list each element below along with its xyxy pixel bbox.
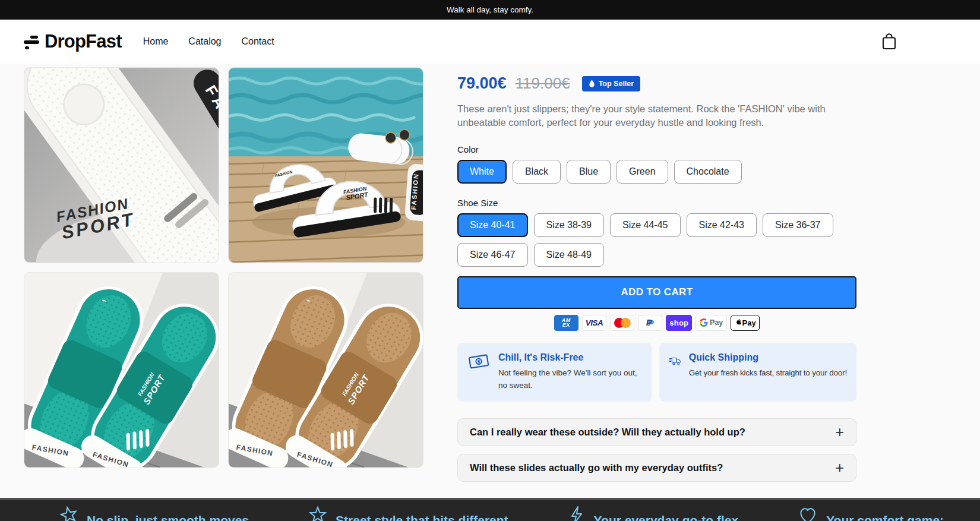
delivery-truck-icon: [669, 352, 681, 370]
google-pay-icon: Pay: [696, 315, 727, 331]
badge-label: Top Seller: [599, 80, 634, 88]
price: 79.00€: [457, 74, 507, 93]
info-cards: $ Chill, It's Risk-Free Not feeling the …: [457, 343, 856, 402]
announcement-bar: Walk all day, stay comfy.: [0, 0, 980, 20]
faq-item-durability[interactable]: Can I really wear these outside? Will th…: [457, 418, 856, 446]
plus-icon[interactable]: +: [835, 425, 844, 440]
logo[interactable]: DropFast: [24, 31, 122, 52]
top-seller-badge: Top Seller: [582, 76, 641, 91]
payment-methods: AM EX VISA PP shop: [457, 315, 856, 331]
faq-list: Can I really wear these outside? Will th…: [457, 418, 856, 482]
money-bill-icon: $: [467, 352, 491, 370]
product-gallery: FASHION FASHION SPORT: [24, 67, 423, 482]
product-image-poolside[interactable]: FASHION FASHION SPORT: [228, 67, 423, 263]
visa-icon: VISA: [582, 315, 607, 331]
apple-pay-icon: Pay: [731, 315, 760, 331]
size-swatch-40-41[interactable]: Size 40-41: [457, 213, 528, 237]
color-swatch-green[interactable]: Green: [617, 160, 668, 184]
nav-contact[interactable]: Contact: [242, 36, 274, 47]
shop-pay-icon: shop: [666, 315, 692, 331]
size-option-label: Shoe Size: [457, 198, 856, 208]
product-image-brown-pair[interactable]: ⌁ FASHION FASHION SPORT: [228, 272, 423, 468]
paypal-icon: PP: [638, 315, 662, 331]
risk-free-card: $ Chill, It's Risk-Free Not feeling the …: [457, 343, 652, 402]
size-swatch-42-43[interactable]: Size 42-43: [687, 213, 757, 237]
sparkle-star-icon: [59, 506, 78, 521]
header: DropFast Home Catalog Contact: [0, 20, 980, 64]
svg-text:⌁: ⌁: [101, 296, 106, 305]
announcement-text: Walk all day, stay comfy.: [447, 5, 533, 14]
quick-shipping-body: Get your fresh kicks fast, straight to y…: [689, 367, 847, 380]
footer-item-comfort-game: Your comfort game:: [798, 506, 944, 521]
color-swatch-chocolate[interactable]: Chocolate: [674, 160, 742, 184]
color-swatches: White Black Blue Green Chocolate: [457, 160, 837, 184]
size-swatches: Size 40-41 Size 38-39 Size 44-45 Size 42…: [457, 213, 837, 267]
product-page: FASHION FASHION SPORT: [0, 64, 980, 482]
size-swatch-36-37[interactable]: Size 36-37: [763, 213, 833, 237]
mastercard-icon: [610, 315, 634, 331]
product-image-white-closeup[interactable]: FASHION FASHION SPORT: [24, 67, 219, 263]
logo-text: DropFast: [45, 31, 122, 52]
price-row: 79.00€ 119.00€ Top Seller: [457, 74, 856, 93]
footer-item-no-slip: No slip, just smooth moves: [59, 506, 249, 521]
size-swatch-48-49[interactable]: Size 48-49: [534, 243, 605, 267]
color-swatch-blue[interactable]: Blue: [567, 160, 611, 184]
faq-item-style[interactable]: Will these slides actually go with my ev…: [457, 454, 856, 482]
quick-shipping-title: Quick Shipping: [689, 352, 847, 363]
product-details: 79.00€ 119.00€ Top Seller These aren't j…: [457, 67, 856, 482]
svg-text:⌁: ⌁: [305, 296, 311, 305]
cart-button[interactable]: [881, 33, 897, 50]
lightning-icon: [568, 506, 586, 521]
add-to-cart-button[interactable]: ADD TO CART: [457, 276, 856, 309]
product-description: These aren't just slippers; they're your…: [457, 102, 845, 130]
footer-item-street-style: Street style that hits different: [308, 506, 508, 521]
heart-icon: [798, 506, 818, 521]
size-swatch-38-39[interactable]: Size 38-39: [534, 213, 605, 237]
risk-free-body: Not feeling the vibe? We'll sort you out…: [498, 367, 640, 392]
color-option-label: Color: [457, 144, 856, 154]
size-swatch-46-47[interactable]: Size 46-47: [457, 243, 528, 267]
quick-shipping-card: Quick Shipping Get your fresh kicks fast…: [659, 343, 856, 402]
color-swatch-black[interactable]: Black: [513, 160, 561, 184]
google-g-icon: [700, 318, 708, 327]
logo-mark-icon: [24, 33, 39, 50]
size-swatch-44-45[interactable]: Size 44-45: [610, 213, 681, 237]
apple-icon: [735, 319, 741, 327]
product-image-teal-pair[interactable]: ⌁ FASHION FASHION SPORT: [24, 272, 219, 468]
footer-marquee: No slip, just smooth moves Street style …: [0, 498, 980, 521]
risk-free-title: Chill, It's Risk-Free: [498, 352, 640, 363]
color-swatch-white[interactable]: White: [457, 160, 507, 184]
star-icon: [308, 506, 327, 521]
plus-icon[interactable]: +: [835, 460, 844, 475]
nav-catalog[interactable]: Catalog: [188, 36, 221, 47]
main-nav: Home Catalog Contact: [143, 36, 274, 47]
amex-icon: AM EX: [554, 315, 578, 331]
flame-icon: [589, 80, 595, 88]
footer-item-everyday-flex: Your everyday go-to flex: [568, 506, 739, 521]
shopping-bag-icon: [881, 33, 897, 50]
nav-home[interactable]: Home: [143, 36, 169, 47]
compare-at-price: 119.00€: [516, 74, 570, 93]
